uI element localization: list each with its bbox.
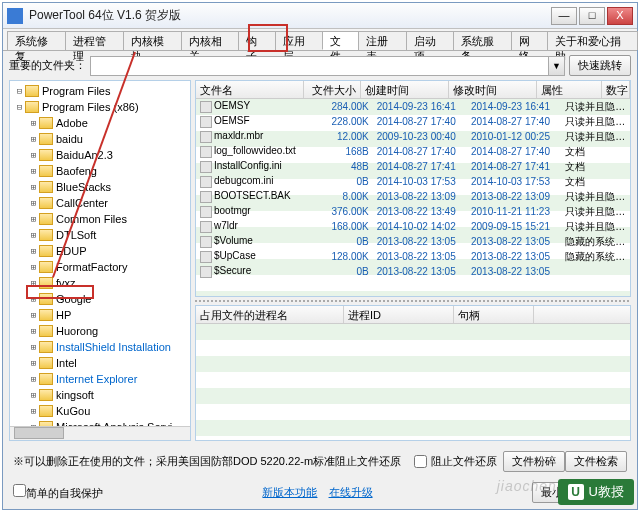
new-features-link[interactable]: 新版本功能 [262,486,317,498]
tree-item[interactable]: ⊞InstallShield Installation [10,339,190,355]
col-header[interactable]: 句柄 [454,306,534,323]
expand-icon[interactable]: ⊞ [28,246,39,256]
tree-item[interactable]: ⊟Program Files (x86) [10,99,190,115]
tab-系统修复[interactable]: 系统修复 [7,31,66,50]
expand-icon[interactable]: ⊞ [28,358,39,368]
file-row[interactable]: w7ldr168.00K2014-10-02 14:022009-09-15 1… [196,219,630,234]
tree-item[interactable]: ⊞BaiduAn2.3 [10,147,190,163]
tree-item[interactable]: ⊞Google [10,291,190,307]
file-row[interactable]: OEMSF228.00K2014-08-27 17:402014-08-27 1… [196,114,630,129]
expand-icon[interactable]: ⊞ [28,118,39,128]
expand-icon[interactable]: ⊟ [14,86,25,96]
expand-icon[interactable]: ⊞ [28,230,39,240]
maximize-button[interactable]: □ [579,7,605,25]
col-header[interactable]: 占用文件的进程名 [196,306,344,323]
tree-item[interactable]: ⊞CallCenter [10,195,190,211]
tab-启动项[interactable]: 启动项 [406,31,454,50]
file-row[interactable]: maxldr.mbr12.00K2009-10-23 00:402010-01-… [196,129,630,144]
process-list-header[interactable]: 占用文件的进程名进程ID句柄 [196,306,630,324]
expand-icon[interactable]: ⊞ [28,134,39,144]
tree-item[interactable]: ⊞EDUP [10,243,190,259]
expand-icon[interactable]: ⊞ [28,278,39,288]
tab-关于和爱心捐助[interactable]: 关于和爱心捐助 [547,31,638,50]
tree-item[interactable]: ⊞fvxz [10,275,190,291]
expand-icon[interactable]: ⊞ [28,166,39,176]
file-icon [200,266,212,278]
expand-icon[interactable]: ⊞ [28,214,39,224]
file-row[interactable]: BOOTSECT.BAK8.00K2013-08-22 13:092013-08… [196,189,630,204]
file-icon [200,101,212,113]
tree-item[interactable]: ⊞kingsoft [10,387,190,403]
file-row[interactable]: $Secure0B2013-08-22 13:052013-08-22 13:0… [196,264,630,279]
tree-item[interactable]: ⊞Common Files [10,211,190,227]
expand-icon[interactable]: ⊞ [28,406,39,416]
tree-item[interactable]: ⊞DTLSoft [10,227,190,243]
file-row[interactable]: InstallConfig.ini48B2014-08-27 17:412014… [196,159,630,174]
app-icon [7,8,23,24]
tree-item[interactable]: ⊞Baofeng [10,163,190,179]
col-header[interactable]: 文件大小 [304,81,361,98]
chevron-down-icon[interactable]: ▼ [548,57,564,75]
col-header[interactable]: 创建时间 [361,81,449,98]
quick-jump-button[interactable]: 快速跳转 [569,55,631,76]
tree-item[interactable]: ⊞Internet Explorer [10,371,190,387]
close-button[interactable]: X [607,7,633,25]
col-header[interactable]: 进程ID [344,306,454,323]
col-header[interactable]: 修改时间 [449,81,537,98]
file-row[interactable]: debugcom.ini0B2014-10-03 17:532014-10-03… [196,174,630,189]
tree-item[interactable]: ⊞Intel [10,355,190,371]
tree-item[interactable]: ⊟Program Files [10,83,190,99]
folder-input[interactable] [91,57,548,75]
tree-item[interactable]: ⊞Huorong [10,323,190,339]
prevent-restore-checkbox[interactable] [414,455,427,468]
col-header[interactable]: 文件名 [196,81,304,98]
file-search-button[interactable]: 文件检索 [565,451,627,472]
splitter[interactable] [195,300,631,302]
expand-icon[interactable]: ⊞ [28,310,39,320]
file-row[interactable]: $Volume0B2013-08-22 13:052013-08-22 13:0… [196,234,630,249]
col-header[interactable]: 数字 [602,81,630,98]
file-list-header[interactable]: 文件名文件大小创建时间修改时间属性数字 [196,81,630,99]
tab-钩子[interactable]: 钩子 [238,31,275,50]
file-row[interactable]: bootmgr376.00K2013-08-22 13:492010-11-21… [196,204,630,219]
tree-item[interactable]: ⊞BlueStacks [10,179,190,195]
tab-内核模块[interactable]: 内核模块 [123,31,182,50]
tab-内核相关[interactable]: 内核相关 [181,31,240,50]
file-row[interactable]: OEMSY284.00K2014-09-23 16:412014-09-23 1… [196,99,630,114]
tree-hscroll[interactable] [10,426,190,440]
tab-应用层[interactable]: 应用层 [275,31,323,50]
folder-icon [25,85,39,97]
expand-icon[interactable]: ⊞ [28,262,39,272]
col-header[interactable]: 属性 [537,81,601,98]
expand-icon[interactable]: ⊟ [14,102,25,112]
tree-item[interactable]: ⊞baidu [10,131,190,147]
tab-系统服务[interactable]: 系统服务 [453,31,512,50]
expand-icon[interactable]: ⊞ [28,182,39,192]
file-row[interactable]: $UpCase128.00K2013-08-22 13:052013-08-22… [196,249,630,264]
tab-进程管理[interactable]: 进程管理 [65,31,124,50]
tree-item[interactable]: ⊞FormatFactory [10,259,190,275]
expand-icon[interactable]: ⊞ [28,342,39,352]
expand-icon[interactable]: ⊞ [28,198,39,208]
tree-item[interactable]: ⊞Adobe [10,115,190,131]
expand-icon[interactable]: ⊞ [28,390,39,400]
tab-文件[interactable]: 文件 [322,31,359,50]
file-shred-button[interactable]: 文件粉碎 [503,451,565,472]
expand-icon[interactable]: ⊞ [28,294,39,304]
self-protect-checkbox[interactable] [13,484,26,497]
folder-combo[interactable]: ▼ [90,56,565,76]
folder-icon [39,197,53,209]
tree-item[interactable]: ⊞Microsoft Analysis Servi [10,419,190,426]
file-row[interactable]: log_followvideo.txt168B2014-08-27 17:402… [196,144,630,159]
folder-tree[interactable]: ⊟Program Files⊟Program Files (x86)⊞Adobe… [10,81,190,426]
expand-icon[interactable]: ⊞ [28,150,39,160]
tab-注册表[interactable]: 注册表 [358,31,406,50]
minimize-button[interactable]: — [551,7,577,25]
file-icon [200,146,212,158]
expand-icon[interactable]: ⊞ [28,374,39,384]
online-update-link[interactable]: 在线升级 [329,486,373,498]
tree-item[interactable]: ⊞HP [10,307,190,323]
expand-icon[interactable]: ⊞ [28,326,39,336]
tab-网络[interactable]: 网络 [511,31,548,50]
tree-item[interactable]: ⊞KuGou [10,403,190,419]
